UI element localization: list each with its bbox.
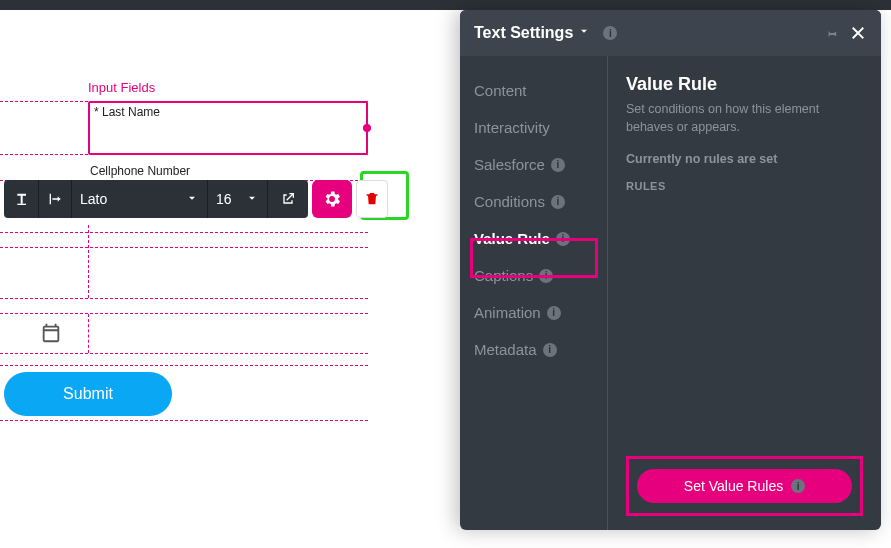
font-name: Lato bbox=[80, 191, 107, 207]
nav-salesforce[interactable]: Salesforcei bbox=[460, 146, 607, 183]
highlight-outline: Set Value Rules i bbox=[626, 456, 863, 516]
text-settings-panel: Text Settings i Content Interactivity Sa… bbox=[460, 10, 881, 530]
fields-header: Input Fields bbox=[88, 80, 155, 95]
layout-guide bbox=[0, 232, 368, 233]
chevron-down-icon bbox=[185, 191, 199, 208]
close-icon[interactable] bbox=[849, 24, 867, 42]
nav-interactivity[interactable]: Interactivity bbox=[460, 109, 607, 146]
layout-guide bbox=[88, 225, 90, 298]
last-name-label: * Last Name bbox=[94, 105, 160, 119]
info-icon[interactable]: i bbox=[791, 479, 805, 493]
layout-guide bbox=[0, 365, 368, 366]
nav-value-rule[interactable]: Value Rulei bbox=[460, 220, 607, 257]
layout-guide bbox=[0, 313, 368, 314]
info-icon[interactable]: i bbox=[547, 306, 561, 320]
nav-label: Animation bbox=[474, 304, 541, 321]
nav-label: Content bbox=[474, 82, 527, 99]
svg-rect-0 bbox=[17, 204, 26, 205]
open-external-button[interactable] bbox=[268, 180, 308, 218]
rules-label: RULES bbox=[626, 180, 863, 192]
nav-captions[interactable]: Captionsi bbox=[460, 257, 607, 294]
layout-guide bbox=[88, 314, 89, 353]
set-value-rules-button[interactable]: Set Value Rules i bbox=[637, 469, 852, 503]
layout-guide bbox=[0, 420, 368, 421]
font-size-select[interactable]: 16 bbox=[208, 180, 268, 218]
submit-label: Submit bbox=[63, 385, 113, 403]
nav-conditions[interactable]: Conditionsi bbox=[460, 183, 607, 220]
text-toolbar: Lato 16 bbox=[4, 180, 388, 218]
value-rule-description: Set conditions on how this element behav… bbox=[626, 101, 863, 136]
app-topbar bbox=[0, 0, 891, 10]
info-icon[interactable]: i bbox=[556, 232, 570, 246]
layout-guide bbox=[0, 247, 368, 248]
nav-animation[interactable]: Animationi bbox=[460, 294, 607, 331]
text-format-button[interactable] bbox=[4, 180, 39, 218]
delete-button[interactable] bbox=[356, 180, 388, 218]
info-icon[interactable]: i bbox=[543, 343, 557, 357]
align-button[interactable] bbox=[39, 180, 72, 218]
nav-label: Conditions bbox=[474, 193, 545, 210]
nav-content[interactable]: Content bbox=[460, 72, 607, 109]
panel-body: Content Interactivity Salesforcei Condit… bbox=[460, 56, 881, 530]
nav-label: Value Rule bbox=[474, 230, 550, 247]
nav-label: Interactivity bbox=[474, 119, 550, 136]
panel-title: Text Settings bbox=[474, 24, 573, 42]
nav-metadata[interactable]: Metadatai bbox=[460, 331, 607, 368]
panel-header: Text Settings i bbox=[460, 10, 881, 56]
nav-label: Metadata bbox=[474, 341, 537, 358]
font-select[interactable]: Lato bbox=[72, 180, 208, 218]
value-rule-heading: Value Rule bbox=[626, 74, 863, 95]
calendar-icon[interactable] bbox=[40, 322, 62, 344]
rules-status: Currently no rules are set bbox=[626, 152, 863, 166]
info-icon[interactable]: i bbox=[551, 158, 565, 172]
font-size: 16 bbox=[216, 191, 232, 207]
pin-icon[interactable] bbox=[823, 25, 839, 41]
nav-label: Captions bbox=[474, 267, 533, 284]
chevron-down-icon bbox=[577, 24, 591, 42]
submit-button[interactable]: Submit bbox=[4, 372, 172, 416]
settings-button[interactable] bbox=[312, 180, 352, 218]
panel-main: Value Rule Set conditions on how this el… bbox=[608, 56, 881, 530]
nav-label: Salesforce bbox=[474, 156, 545, 173]
set-value-rules-label: Set Value Rules bbox=[684, 478, 783, 494]
panel-nav: Content Interactivity Salesforcei Condit… bbox=[460, 56, 608, 530]
layout-guide bbox=[0, 298, 368, 299]
chevron-down-icon bbox=[245, 191, 259, 208]
last-name-input[interactable]: * Last Name bbox=[88, 101, 368, 155]
panel-title-dropdown[interactable]: Text Settings i bbox=[474, 24, 617, 42]
info-icon[interactable]: i bbox=[551, 195, 565, 209]
layout-guide bbox=[0, 353, 368, 354]
cellphone-label: Cellphone Number bbox=[90, 164, 190, 178]
info-icon[interactable]: i bbox=[603, 26, 617, 40]
info-icon[interactable]: i bbox=[539, 269, 553, 283]
